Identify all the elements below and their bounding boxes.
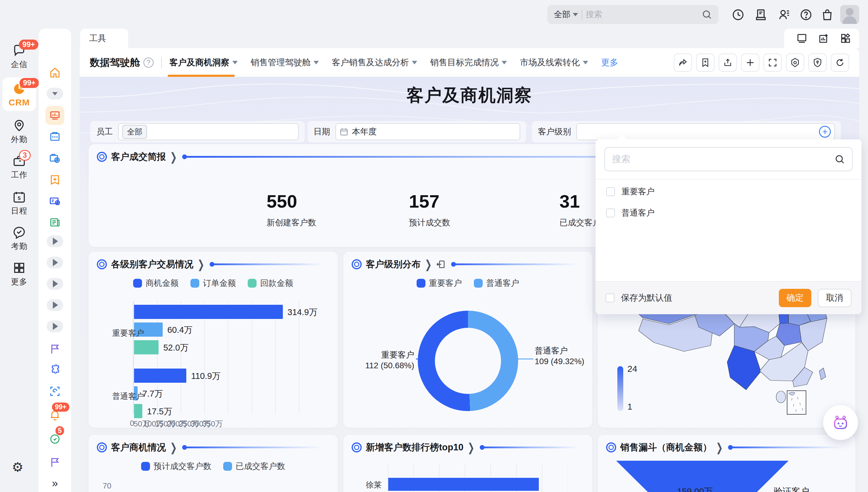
tab-sales-cockpit[interactable]: 销售管理驾驶舱 <box>251 48 319 77</box>
bell-icon[interactable]: 99+ <box>48 408 62 422</box>
tab-sales-analysis[interactable]: 客户销售及达成分析 <box>332 48 417 77</box>
confirm-button[interactable]: 确定 <box>779 289 811 307</box>
flag-icon[interactable] <box>48 455 62 469</box>
collapse-icon[interactable]: » <box>48 476 62 491</box>
puzzle-icon[interactable] <box>48 363 62 377</box>
tab-more[interactable]: 更多 <box>601 48 618 77</box>
legend-item[interactable]: 普通客户 <box>474 278 519 289</box>
play-icon[interactable] <box>47 278 63 290</box>
sidebar-item-field[interactable]: 外勤 <box>2 119 36 145</box>
export-button[interactable] <box>719 53 737 72</box>
fullscreen-button[interactable] <box>764 53 782 72</box>
employee-chip[interactable]: 全部 <box>122 125 147 139</box>
stat-card-expected-deals: 157 预计成交数 <box>394 182 533 242</box>
bag-icon[interactable] <box>820 8 834 22</box>
play-icon[interactable] <box>47 320 63 332</box>
funnel-value-label: 159.00万 <box>677 486 713 492</box>
blocks-icon[interactable] <box>840 32 851 44</box>
tab-customer-insight[interactable]: 客户及商机洞察 <box>170 48 238 77</box>
legend-item[interactable]: 商机金额 <box>133 278 179 289</box>
search-icon[interactable] <box>701 9 712 20</box>
settings-button[interactable] <box>786 53 804 72</box>
play-icon[interactable] <box>47 256 63 268</box>
sidebar-item-crm[interactable]: 99+ CRM <box>2 77 36 111</box>
clock-icon[interactable] <box>731 8 745 22</box>
search-scope-select[interactable]: 全部 <box>554 9 578 20</box>
chart-add-icon[interactable] <box>818 32 829 44</box>
briefcase-camera-icon[interactable] <box>48 151 62 165</box>
legend-item[interactable]: 订单金额 <box>190 278 236 289</box>
news-icon[interactable] <box>48 215 62 229</box>
plus-circle-icon[interactable]: + <box>819 126 831 138</box>
global-search[interactable]: 全部 搜索 <box>547 5 719 24</box>
tab-lead-conversion[interactable]: 市场及线索转化 <box>520 48 588 77</box>
bookmark-add-button[interactable] <box>696 53 714 72</box>
dropdown-footer: 保存为默认值 确定 取消 <box>595 281 862 314</box>
tab-tools[interactable]: 工具 <box>80 29 128 48</box>
dashboard-icon[interactable] <box>46 106 65 125</box>
grid-icon <box>2 261 36 275</box>
monitor-icon[interactable] <box>796 32 808 44</box>
sidebar-item-chat[interactable]: 99+ 企信 <box>2 44 36 70</box>
section-expand-arrow[interactable]: ❯ <box>716 441 723 454</box>
bar-top1 <box>388 478 539 491</box>
tab-target-progress[interactable]: 销售目标完成情况 <box>430 48 507 77</box>
book-plus-icon[interactable] <box>48 173 62 187</box>
checkbox[interactable] <box>606 187 615 196</box>
sidebar-item-schedule[interactable]: 5 日程 <box>2 190 36 216</box>
section-expand-arrow[interactable]: ❯ <box>170 441 177 454</box>
search-icon[interactable] <box>834 154 845 165</box>
scan-icon[interactable] <box>48 384 62 398</box>
employee-input[interactable]: 全部 <box>118 123 299 140</box>
play-icon[interactable] <box>47 299 63 311</box>
contacts-icon[interactable] <box>777 8 791 22</box>
assistant-robot-button[interactable] <box>823 405 858 440</box>
security-button[interactable] <box>808 53 827 72</box>
option-normal-customer[interactable]: 普通客户 <box>606 207 655 219</box>
help-icon[interactable] <box>799 8 813 22</box>
play-icon[interactable] <box>47 236 63 247</box>
chevron-down-icon[interactable] <box>47 88 63 100</box>
filter-date: 日期 本年度 <box>308 121 526 142</box>
building-icon[interactable] <box>48 129 62 143</box>
level-input[interactable]: + <box>576 123 835 140</box>
legend-item[interactable]: 已成交客户数 <box>223 461 285 472</box>
clock-check-icon[interactable]: 5 <box>48 432 62 446</box>
sidebar-item-work[interactable]: 3 工作 <box>2 154 36 180</box>
y-axis-tick: 70 <box>103 482 111 491</box>
bar-plot: 314.9万 60.4万 52.0万 110.9万 7.7万 17.5万 <box>133 301 322 414</box>
home-icon[interactable] <box>48 65 62 79</box>
map-legend-gradient <box>617 366 623 411</box>
legend-item[interactable]: 重要客户 <box>416 278 462 289</box>
add-button[interactable] <box>741 53 759 72</box>
section-expand-arrow[interactable]: ❯ <box>198 257 204 271</box>
sidebar-item-more[interactable]: 更多 <box>2 261 36 287</box>
map-inset-south-china-sea <box>787 390 806 415</box>
calendar-icon: 5 <box>2 190 36 204</box>
drill-export-icon[interactable] <box>436 259 446 269</box>
legend-item[interactable]: 预计成交客户数 <box>141 461 211 472</box>
avatar[interactable] <box>840 5 859 24</box>
settings-gear-icon[interactable]: ⚙ <box>12 460 23 474</box>
section-expand-arrow[interactable]: ❯ <box>425 257 432 271</box>
card-eye-icon[interactable] <box>48 194 62 208</box>
option-important-customer[interactable]: 重要客户 <box>606 186 655 197</box>
kiosk-icon[interactable] <box>754 8 768 22</box>
dropdown-search[interactable] <box>604 147 853 171</box>
flag-icon[interactable] <box>48 342 62 356</box>
legend-item[interactable]: 回款金额 <box>248 278 293 289</box>
refresh-button[interactable] <box>831 53 849 72</box>
checkbox[interactable] <box>606 208 615 217</box>
section-expand-arrow[interactable]: ❯ <box>170 150 177 164</box>
save-default-checkbox[interactable] <box>606 294 614 302</box>
section-expand-arrow[interactable]: ❯ <box>468 441 475 454</box>
date-input[interactable]: 本年度 <box>335 123 520 140</box>
secondary-sidebar: 99+ 5 » <box>39 29 71 492</box>
cancel-button[interactable]: 取消 <box>818 289 851 307</box>
share-button[interactable] <box>674 53 692 72</box>
help-icon[interactable]: ? <box>144 57 154 68</box>
sidebar-item-attendance[interactable]: 考勤 <box>2 226 36 252</box>
workspace-actions <box>784 29 859 48</box>
svg-text:5: 5 <box>18 195 21 201</box>
dropdown-search-input[interactable] <box>612 154 829 165</box>
